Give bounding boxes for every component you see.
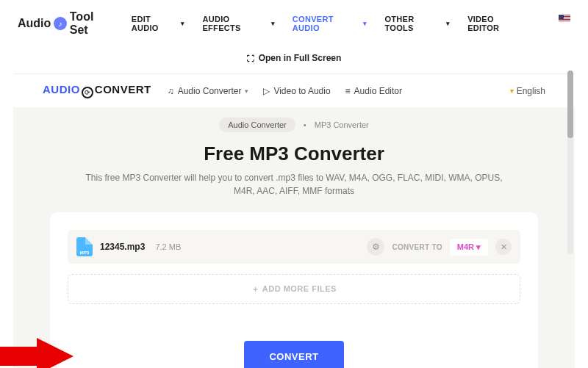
chevron-down-icon: ▾	[271, 20, 275, 27]
crumb-audio-converter[interactable]: Audio Converter	[219, 118, 295, 132]
sub-brand-b: CONVERT	[95, 83, 151, 95]
open-fullscreen-link[interactable]: ⛶ Open in Full Screen	[0, 47, 588, 73]
refresh-icon: ⟳	[82, 87, 93, 98]
fullscreen-icon: ⛶	[247, 54, 254, 62]
actions: CONVERT CANCEL	[68, 341, 520, 368]
subnav-audio-editor[interactable]: ≡Audio Editor	[345, 86, 402, 96]
crumb-mp3-converter: MP3 Converter	[315, 120, 369, 129]
nav-edit-audio[interactable]: EDIT AUDIO▾	[132, 15, 185, 32]
nav-convert-audio[interactable]: CONVERT AUDIO▾	[293, 15, 368, 32]
sub-brand-logo[interactable]: AUDIO⟳CONVERT	[43, 83, 151, 98]
convert-to-label: CONVERT TO	[392, 243, 442, 251]
note-icon: ♪	[54, 17, 66, 30]
add-more-files-button[interactable]: ＋ ADD MORE FILES	[68, 274, 520, 304]
converter-card: MP3 12345.mp3 7.2 MB ⚙ CONVERT TO M4R▾ ✕…	[50, 212, 538, 368]
nav-other-tools[interactable]: OTHER TOOLS▾	[384, 15, 450, 32]
top-nav: EDIT AUDIO▾ AUDIO EFFECTS▾ CONVERT AUDIO…	[132, 15, 570, 32]
brand-logo[interactable]: Audio ♪ Tool Set	[18, 10, 114, 37]
sub-brand-a: AUDIO	[43, 83, 80, 95]
chevron-down-icon: ▾	[181, 20, 184, 27]
page-subtitle: This free MP3 Converter will help you to…	[13, 165, 575, 212]
subnav-video-to-audio[interactable]: ▷Video to Audio	[263, 86, 330, 96]
scrollbar-thumb[interactable]	[567, 71, 573, 138]
scrollbar[interactable]	[567, 71, 573, 254]
svg-marker-0	[0, 338, 74, 368]
brand-word-a: Audio	[18, 17, 51, 30]
play-icon: ▷	[263, 86, 270, 96]
top-bar: Audio ♪ Tool Set EDIT AUDIO▾ AUDIO EFFEC…	[0, 0, 588, 47]
sliders-icon: ≡	[345, 86, 351, 96]
brand-word-b: Tool Set	[70, 10, 114, 37]
nav-video-editor[interactable]: VIDEO EDITOR	[467, 15, 526, 32]
music-note-icon: ♫	[168, 86, 174, 96]
close-icon: ✕	[501, 242, 507, 252]
annotation-arrow-icon	[0, 338, 75, 368]
subnav-audio-converter[interactable]: ♫Audio Converter▾	[168, 86, 249, 96]
fullscreen-label: Open in Full Screen	[259, 53, 342, 63]
chevron-down-icon: ▾	[245, 87, 248, 95]
file-name: 12345.mp3	[100, 242, 145, 252]
gear-icon: ⚙	[372, 242, 380, 252]
language-selector[interactable]: ▾English	[510, 86, 545, 96]
embedded-app: AUDIO⟳CONVERT ♫Audio Converter▾ ▷Video t…	[13, 73, 575, 368]
breadcrumb: Audio Converter • MP3 Converter	[13, 107, 575, 142]
convert-button[interactable]: CONVERT	[244, 341, 343, 368]
caret-down-icon: ▾	[476, 242, 481, 252]
chevron-down-icon: ▾	[363, 20, 367, 27]
chevron-down-icon: ▾	[446, 20, 450, 27]
sub-nav: ♫Audio Converter▾ ▷Video to Audio ≡Audio…	[168, 86, 402, 96]
plus-icon: ＋	[251, 284, 262, 293]
settings-button[interactable]: ⚙	[367, 238, 384, 256]
file-mp3-icon: MP3	[76, 237, 93, 256]
page-title: Free MP3 Converter	[13, 142, 575, 165]
file-row: MP3 12345.mp3 7.2 MB ⚙ CONVERT TO M4R▾ ✕	[68, 230, 520, 264]
flag-us-icon[interactable]	[559, 15, 570, 23]
crumb-separator-icon: •	[304, 120, 306, 129]
file-size: 7.2 MB	[155, 242, 181, 251]
remove-file-button[interactable]: ✕	[495, 239, 512, 255]
format-selector[interactable]: M4R▾	[450, 239, 488, 256]
sub-header: AUDIO⟳CONVERT ♫Audio Converter▾ ▷Video t…	[13, 74, 575, 107]
nav-audio-effects[interactable]: AUDIO EFFECTS▾	[202, 15, 274, 32]
chevron-down-icon: ▾	[510, 87, 514, 95]
